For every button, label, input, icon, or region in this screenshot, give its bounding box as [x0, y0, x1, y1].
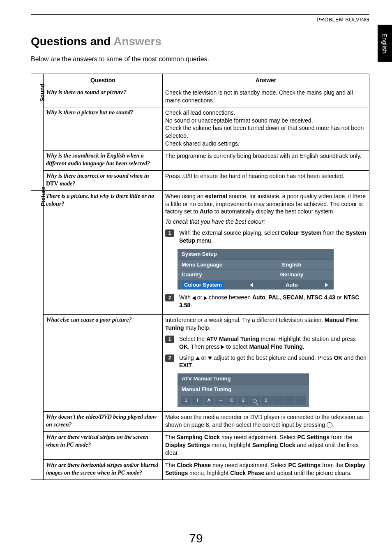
audio-mode-icon: ♫I/II: [182, 173, 192, 179]
q-sound-3: Why is the soundtrack in English when a …: [44, 151, 163, 171]
category-picture: Picture: [31, 190, 44, 480]
q-picture-5: Why are there horizontal stripes and/or …: [44, 459, 163, 480]
top-rule: [31, 14, 369, 15]
a-picture-5: The Clock Phase may need adjustment. Sel…: [163, 459, 369, 480]
q-sound-4: Why is there incorrect or no sound when …: [44, 170, 163, 190]
step-1b: 1 Select the ATV Manual Tuning menu. Hig…: [165, 335, 367, 351]
language-tab: English: [378, 25, 392, 62]
a-sound-3: The programme is currently being broadca…: [163, 151, 369, 171]
q-picture-2: What else can cause a poor picture?: [44, 315, 163, 412]
step-1: 1 With the external source playing, sele…: [165, 229, 367, 245]
atv-cell: [295, 396, 306, 405]
q-picture-1: There is a picture, but why is there lit…: [44, 190, 163, 314]
category-picture-label: Picture: [39, 186, 47, 206]
a-sound-4: Press ♫I/II to ensure the hard of hearin…: [163, 170, 369, 190]
q-picture-4: Why are there vertical stripes on the sc…: [44, 432, 163, 460]
a-picture-4: The Sampling Clock may need adjustment. …: [163, 432, 369, 460]
arrow-left-icon: [243, 281, 260, 289]
atv-cell: 2: [238, 396, 249, 405]
step-2-body: With or choose between Auto, PAL, SECAM,…: [179, 294, 367, 309]
atv-cell: 1: [181, 396, 191, 405]
step-1b-body: Select the ATV Manual Tuning menu. Highl…: [179, 335, 367, 351]
arrow-right-icon: [324, 281, 330, 289]
arrow-down-icon: [208, 357, 212, 360]
atv-cell: [272, 396, 283, 405]
step-1-badge: 1: [165, 229, 174, 237]
a-sound-2-l1: Check all lead connections.: [165, 109, 235, 116]
category-sound-label: Sound: [39, 84, 46, 102]
header-answer: Answer: [163, 74, 369, 87]
page: PROBLEM SOLVING Questions and Answers Be…: [0, 0, 392, 488]
a-sound-1: Check the television is not in standby m…: [163, 87, 369, 107]
a-picture-1: When using an external source, for insta…: [163, 190, 369, 314]
step-2b-body: Using or adjust to get the best picture …: [179, 354, 367, 370]
title-grey: Answers: [113, 35, 161, 48]
page-title: Questions and Answers: [31, 35, 369, 48]
q-picture-3: Why doesn't the video/DVD being played s…: [44, 412, 163, 432]
running-head: PROBLEM SOLVING: [31, 16, 369, 23]
step-2-badge: 2: [165, 294, 174, 301]
a-picture-3: Make sure the media recorder or DVD play…: [163, 412, 369, 432]
search-icon: [253, 399, 257, 403]
atv-manual-tuning-menu: ATV Manual Tuning Manual Fine Tuning 1 I…: [178, 373, 309, 407]
menu-row-coloursystem: Colour System Auto: [178, 280, 334, 290]
qa-table: Question Answer Sound Why is there no so…: [31, 74, 369, 480]
atv-cell: A: [204, 396, 214, 405]
q-sound-1: Why is there no sound or picture?: [44, 87, 163, 107]
page-number: 79: [0, 531, 392, 545]
menu-title: System Setup: [178, 249, 334, 260]
step-2b-badge: 2: [165, 354, 174, 362]
language-tab-label: English: [381, 33, 388, 53]
atv-cell: I: [192, 396, 203, 405]
a-sound-2-l2: No sound or unacceptable format sound ma…: [165, 117, 313, 124]
menu-row-country: Country Germany: [178, 270, 334, 280]
header-question: Question: [44, 74, 163, 87]
atv-cell: ↔: [215, 396, 226, 405]
arrow-left-icon: [192, 296, 196, 300]
arrow-right-icon: [204, 296, 207, 300]
step-2b: 2 Using or adjust to get the best pictur…: [165, 354, 367, 370]
input-select-icon: [327, 422, 332, 428]
a-picture-2: Interference or a weak signal. Try a dif…: [163, 315, 369, 412]
a-sound-2: Check all lead connections. No sound or …: [163, 107, 369, 150]
atv-cells: 1 I A ↔ C 2 0: [178, 394, 309, 407]
atv-cell-search: [249, 396, 260, 405]
step-2: 2 With or choose between Auto, PAL, SECA…: [165, 294, 367, 309]
atv-cell: [284, 396, 294, 405]
menu-row-language: Menu Language English: [178, 260, 334, 270]
a-sound-2-l3: Check the volume has not been turned dow…: [165, 125, 364, 139]
atv-cell: C: [226, 396, 237, 405]
category-sound: Sound: [31, 87, 44, 190]
colour-note: To check that you have the best colour:: [165, 218, 367, 226]
system-setup-menu: System Setup Menu Language English Count…: [178, 249, 334, 290]
title-black: Questions and: [31, 35, 113, 48]
atv-sub: Manual Fine Tuning: [178, 385, 309, 395]
q-sound-2: Why is there a picture but no sound?: [44, 107, 163, 150]
step-1-body: With the external source playing, select…: [179, 229, 367, 245]
atv-title: ATV Manual Tuning: [178, 373, 309, 385]
atv-cell: 0: [261, 396, 272, 405]
a-sound-2-l4: Check shared audio settings.: [165, 140, 240, 147]
arrow-up-icon: [196, 357, 200, 360]
intro-text: Below are the answers to some of the mos…: [31, 56, 369, 63]
step-1b-badge: 1: [165, 336, 174, 343]
